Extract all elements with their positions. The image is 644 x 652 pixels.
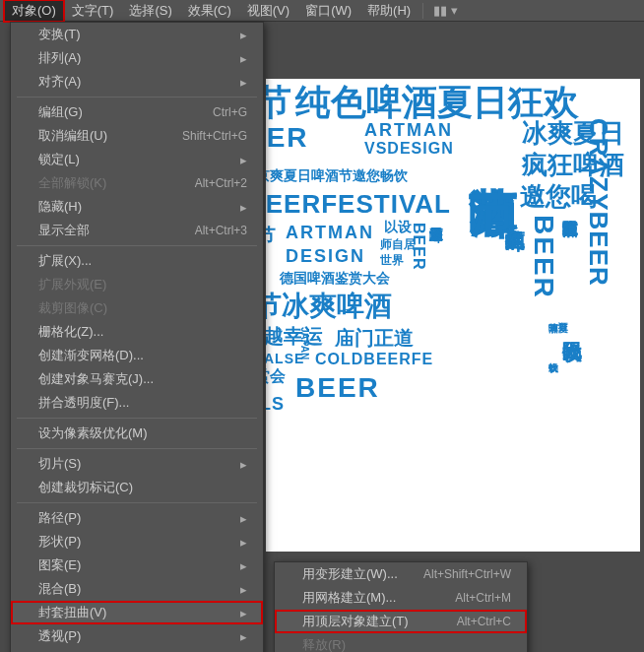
artwork-text: 京爽夏日啤酒节邀您畅饮: [266, 167, 408, 185]
artwork-text: DESIGN: [286, 246, 365, 267]
menubar-item[interactable]: 选择(S): [121, 0, 179, 22]
menu-item-label: 路径(P): [38, 509, 232, 527]
object-menu: 变换(T)▸排列(A)▸对齐(A)▸编组(G)Ctrl+G取消编组(U)Shif…: [10, 22, 264, 652]
canvas-artwork: 节纯色啤酒夏日狂欢EERARTMANVSDESIGN冰爽夏日疯狂啤酒京爽夏日啤酒…: [266, 79, 640, 552]
menu-item[interactable]: 排列(A)▸: [11, 46, 263, 70]
menu-item-label: 编组(G): [38, 103, 213, 121]
menu-item[interactable]: 用变形建立(W)...Alt+Shift+Ctrl+W: [275, 562, 527, 586]
menu-item[interactable]: 取消编组(U)Shift+Ctrl+G: [11, 124, 263, 148]
artwork-text: BEER: [295, 372, 380, 404]
menu-item-label: 设为像素级优化(M): [38, 424, 247, 442]
menubar-item[interactable]: 对象(O): [4, 0, 64, 22]
menubar-item[interactable]: 视图(V): [239, 0, 297, 22]
menu-item[interactable]: 实时上色(N)▸: [11, 648, 263, 652]
submenu-arrow-icon: ▸: [240, 51, 247, 66]
menu-item-shortcut: Alt+Ctrl+M: [455, 591, 511, 605]
menu-item-label: 释放(R): [302, 636, 511, 652]
menu-item-label: 创建对象马赛克(J)...: [38, 370, 247, 388]
menu-item-label: 扩展(X)...: [38, 252, 247, 270]
menu-item[interactable]: 创建对象马赛克(J)...: [11, 367, 263, 391]
artwork-text: COLDBEERFE: [315, 351, 433, 368]
menu-item-label: 锁定(L): [38, 151, 232, 168]
artwork-text: 赏会: [266, 366, 286, 387]
menu-item[interactable]: 切片(S)▸: [11, 452, 263, 476]
artwork-text: BEERFESTIVAL: [266, 189, 451, 220]
menu-item-label: 取消编组(U): [38, 127, 182, 145]
menu-item: 扩展外观(E): [11, 273, 263, 296]
menu-item[interactable]: 对齐(A)▸: [11, 70, 263, 94]
menu-item[interactable]: 拼合透明度(F)...: [11, 391, 263, 415]
submenu-arrow-icon: ▸: [240, 582, 247, 597]
artwork-text: 庙门正道: [335, 325, 414, 352]
submenu-arrow-icon: ▸: [240, 457, 247, 472]
menu-item[interactable]: 栅格化(Z)...: [11, 320, 263, 344]
menu-item-label: 用变形建立(W)...: [302, 565, 423, 583]
menu-item[interactable]: 形状(P)▸: [11, 530, 263, 554]
menu-item: 裁剪图像(C): [11, 296, 263, 320]
menu-item[interactable]: 创建裁切标记(C): [11, 476, 263, 499]
artwork-text: ARTMAN: [364, 120, 453, 141]
menubar-item[interactable]: 效果(C): [180, 0, 239, 22]
menubar-item[interactable]: 文字(T): [64, 0, 122, 22]
menubar: 对象(O)文字(T)选择(S)效果(C)视图(V)窗口(W)帮助(H)▮▮ ▾: [0, 0, 644, 22]
menu-item[interactable]: 路径(P)▸: [11, 506, 263, 530]
menu-item[interactable]: 编组(G)Ctrl+G: [11, 100, 263, 124]
menu-item-label: 全部解锁(K): [38, 174, 195, 192]
menu-item-label: 切片(S): [38, 455, 232, 473]
menu-item-label: 混合(B): [38, 580, 232, 598]
artwork-text: JAPAN: [299, 327, 310, 359]
submenu-arrow-icon: ▸: [240, 153, 247, 167]
artwork-text: CRAZYBEER: [583, 118, 613, 287]
menu-item[interactable]: 透视(P)▸: [11, 624, 263, 648]
menu-item-label: 隐藏(H): [38, 198, 232, 216]
menu-item[interactable]: 变换(T)▸: [11, 23, 263, 46]
artwork-text: 世界: [380, 252, 404, 269]
menu-item-shortcut: Alt+Shift+Ctrl+W: [423, 567, 511, 581]
menu-item[interactable]: 封套扭曲(V)▸: [11, 601, 263, 624]
menu-item[interactable]: 用网格建立(M)...Alt+Ctrl+M: [275, 586, 527, 610]
menu-item-label: 形状(P): [38, 533, 232, 551]
menu-item-label: 封套扭曲(V): [38, 604, 232, 621]
artwork-text: 以设: [384, 219, 412, 236]
artwork-text: ALS: [266, 394, 285, 415]
menu-item[interactable]: 扩展(X)...: [11, 249, 263, 273]
submenu-arrow-icon: ▸: [240, 75, 247, 90]
menu-item-label: 变换(T): [38, 26, 232, 43]
menubar-item[interactable]: 帮助(H): [359, 0, 419, 22]
submenu-arrow-icon: ▸: [240, 511, 247, 526]
menu-item[interactable]: 用顶层对象建立(T)Alt+Ctrl+C: [275, 610, 527, 633]
artwork-text: VSDESIGN: [364, 140, 454, 158]
menu-item: 全部解锁(K)Alt+Ctrl+2: [11, 171, 263, 195]
menu-item[interactable]: 混合(B)▸: [11, 577, 263, 601]
menu-item[interactable]: 设为像素级优化(M): [11, 422, 263, 445]
artwork-text: ARTMAN: [286, 223, 374, 243]
submenu-arrow-icon: ▸: [240, 606, 247, 620]
menu-item-label: 栅格化(Z)...: [38, 323, 247, 341]
menu-item-shortcut: Alt+Ctrl+C: [457, 615, 511, 628]
artwork-text: 节: [266, 79, 291, 127]
artwork-text: EER: [266, 122, 309, 154]
menu-item[interactable]: 图案(E)▸: [11, 554, 263, 577]
submenu-arrow-icon: ▸: [240, 629, 247, 644]
menu-item[interactable]: 创建渐变网格(D)...: [11, 344, 263, 367]
menu-item-label: 扩展外观(E): [38, 276, 247, 293]
menu-item-label: 裁剪图像(C): [38, 299, 247, 317]
menu-item-label: 透视(P): [38, 627, 232, 645]
menu-item[interactable]: 锁定(L)▸: [11, 148, 263, 171]
menu-item[interactable]: 显示全部Alt+Ctrl+3: [11, 219, 263, 242]
menubar-item[interactable]: 窗口(W): [297, 0, 359, 22]
artwork-text: BEER: [528, 215, 559, 299]
submenu-arrow-icon: ▸: [240, 535, 247, 550]
arrange-docs-button[interactable]: ▮▮ ▾: [427, 1, 464, 20]
submenu-arrow-icon: ▸: [240, 28, 247, 42]
envelope-distort-submenu: 用变形建立(W)...Alt+Shift+Ctrl+W用网格建立(M)...Al…: [274, 561, 528, 652]
menu-item-label: 用顶层对象建立(T): [302, 613, 457, 630]
artwork-text: 节冰爽啤酒: [266, 288, 392, 325]
menu-item[interactable]: 隐藏(H)▸: [11, 195, 263, 219]
artwork-text: 越幸运: [266, 323, 323, 350]
artwork-text: BEER: [410, 223, 427, 270]
menu-item-label: 图案(E): [38, 556, 232, 574]
menu-item-label: 用网格建立(M)...: [302, 589, 455, 607]
artwork-text: 节: [266, 223, 276, 249]
menu-item-label: 拼合透明度(F)...: [38, 394, 247, 412]
